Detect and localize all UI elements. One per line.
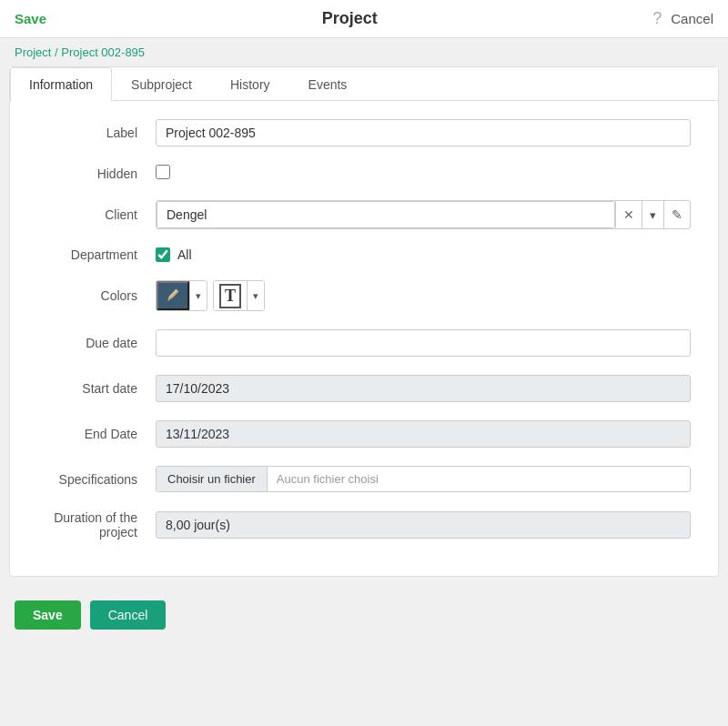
specifications-row: Specifications Choisir un fichier Aucun …	[37, 466, 691, 492]
save-button[interactable]: Save	[15, 600, 81, 630]
chevron-down-icon: ▾	[650, 208, 656, 222]
duration-field-control	[156, 511, 691, 539]
end-date-input[interactable]	[156, 420, 691, 448]
paint-bucket-icon	[165, 287, 181, 304]
hidden-field-control	[156, 165, 691, 182]
duration-field-label: Duration of the project	[37, 510, 156, 539]
client-wrapper: ✕ ▾ ✎	[156, 200, 691, 229]
colors-wrapper: ▾ T ▾	[156, 280, 691, 311]
client-input[interactable]	[157, 201, 615, 228]
top-bar: Save Project ? Cancel	[0, 0, 728, 38]
top-bar-right: ? Cancel	[652, 9, 713, 28]
due-date-input[interactable]	[156, 329, 691, 357]
colors-field-control: ▾ T ▾	[156, 280, 691, 311]
client-field-control: ✕ ▾ ✎	[156, 200, 691, 229]
client-field-label: Client	[37, 207, 156, 222]
bottom-bar: Save Cancel	[0, 586, 728, 644]
cancel-button[interactable]: Cancel	[90, 600, 167, 630]
client-edit-button[interactable]: ✎	[663, 201, 690, 228]
tabs: Information Subproject History Events	[10, 67, 718, 101]
tab-history[interactable]: History	[211, 67, 289, 101]
file-choose-button[interactable]: Choisir un fichier	[157, 467, 268, 491]
save-top-button[interactable]: Save	[15, 11, 46, 26]
hidden-row: Hidden	[37, 165, 691, 182]
page-title: Project	[322, 9, 378, 28]
start-date-input[interactable]	[156, 375, 691, 402]
start-date-field-label: Start date	[37, 381, 156, 396]
start-date-row: Start date	[37, 375, 691, 402]
department-row: Department All	[37, 247, 691, 262]
colors-row: Colors ▾	[37, 280, 691, 311]
department-checkbox[interactable]	[156, 247, 170, 262]
colors-field-label: Colors	[37, 288, 156, 303]
dept-wrapper: All	[156, 247, 691, 262]
text-color-group: T ▾	[213, 280, 265, 311]
help-icon[interactable]: ?	[652, 9, 662, 28]
cancel-top-button[interactable]: Cancel	[671, 11, 713, 26]
text-color-dropdown-button[interactable]: ▾	[247, 281, 264, 310]
text-color-swatch[interactable]: T	[214, 281, 247, 310]
hidden-checkbox[interactable]	[156, 165, 170, 179]
duration-label-line2: project	[99, 525, 137, 539]
due-date-row: Due date	[37, 329, 691, 357]
label-field-label: Label	[37, 126, 156, 140]
duration-input	[156, 511, 691, 539]
duration-row: Duration of the project	[37, 510, 691, 539]
department-field-label: Department	[37, 247, 156, 262]
end-date-field-control	[156, 420, 691, 448]
label-row: Label	[37, 119, 691, 146]
label-input[interactable]	[156, 119, 691, 146]
main-card: Information Subproject History Events La…	[9, 66, 719, 577]
due-date-field-control	[156, 329, 691, 357]
department-field-control: All	[156, 247, 691, 262]
department-checkbox-label: All	[177, 247, 192, 262]
hidden-field-label: Hidden	[37, 166, 156, 181]
tab-subproject[interactable]: Subproject	[112, 67, 211, 101]
start-date-field-control	[156, 375, 691, 402]
tab-events[interactable]: Events	[289, 67, 367, 101]
bg-color-swatch[interactable]	[157, 281, 189, 310]
bg-color-group: ▾	[156, 280, 207, 311]
text-color-icon: T	[219, 284, 241, 308]
form-body: Label Hidden Client ✕ ▾ ✎	[10, 101, 718, 576]
client-dropdown-button[interactable]: ▾	[642, 201, 663, 228]
label-field-control	[156, 119, 691, 146]
client-row: Client ✕ ▾ ✎	[37, 200, 691, 229]
bg-color-dropdown-button[interactable]: ▾	[189, 281, 207, 310]
top-bar-left: Save	[15, 11, 46, 26]
specifications-field-control: Choisir un fichier Aucun fichier choisi	[156, 466, 691, 492]
file-wrapper: Choisir un fichier Aucun fichier choisi	[156, 466, 691, 492]
file-name-label: Aucun fichier choisi	[268, 467, 690, 491]
client-clear-button[interactable]: ✕	[615, 201, 642, 228]
due-date-field-label: Due date	[37, 336, 156, 350]
tab-information[interactable]: Information	[10, 67, 112, 101]
specifications-field-label: Specifications	[37, 472, 156, 487]
end-date-row: End Date	[37, 420, 691, 448]
breadcrumb[interactable]: Project / Project 002-895	[0, 38, 728, 66]
end-date-field-label: End Date	[37, 427, 156, 441]
duration-label-line1: Duration of the	[54, 510, 137, 525]
